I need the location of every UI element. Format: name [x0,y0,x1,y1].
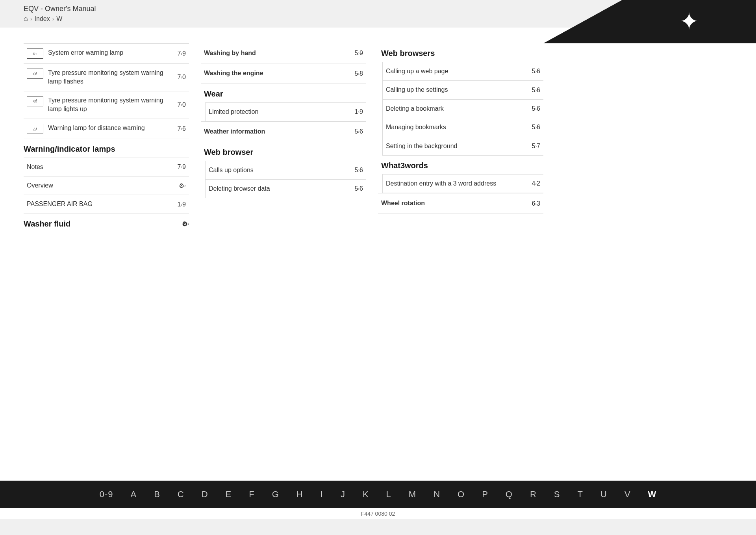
alpha-S[interactable]: S [545,488,569,501]
limited-protection-label: Limited protection [209,108,355,116]
list-item[interactable]: Destination entry with a 3 word address … [383,174,543,193]
entry-text: Tyre pressure monitoring system warning … [48,69,178,86]
alpha-N[interactable]: N [425,488,449,501]
alpha-Q[interactable]: Q [497,488,521,501]
entry-label: △! Warning lamp for distance warning [27,124,178,134]
page-ref: 5›6 [355,128,363,135]
home-icon[interactable]: ⌂ [24,15,28,23]
entry-label: ⊙! Tyre pressure monitoring system warni… [27,69,178,86]
alpha-T[interactable]: T [569,488,592,501]
list-item[interactable]: ⊙! Tyre pressure monitoring system warni… [24,63,189,91]
web-browser-sub-entries: Calls up options 5›6 Deleting browser da… [205,161,366,199]
web-browsers-header: Web browsers [378,43,543,62]
page-ref: 7›6 [178,125,186,132]
list-item[interactable]: Calling up a web page 5›6 [383,62,543,80]
manual-title: EQV - Owner's Manual [24,5,96,13]
deleting-bookmark-label: Deleting a bookmark [386,104,532,113]
alpha-W[interactable]: W [639,488,665,501]
page-ref: 4›2 [532,180,540,187]
calling-web-page-label: Calling up a web page [386,67,532,76]
list-item[interactable]: Managing bookmarks 5›6 [383,118,543,136]
managing-bookmarks-label: Managing bookmarks [386,123,532,132]
alpha-K[interactable]: K [354,488,378,501]
tyre-pressure-light-icon: ⊙! [27,96,43,106]
alpha-P[interactable]: P [473,488,497,501]
alpha-J[interactable]: J [332,488,354,501]
list-item[interactable]: Deleting a bookmark 5›6 [383,99,543,118]
alpha-0-9[interactable]: 0-9 [91,488,122,501]
list-item[interactable]: Limited protection 1›9 [206,102,366,121]
entry-label: ⊙! Tyre pressure monitoring system warni… [27,96,178,114]
alpha-M[interactable]: M [400,488,425,501]
page-ref: 5›9 [355,50,363,57]
washer-fluid-header: Washer fluid ⚙› [24,214,189,232]
alpha-L[interactable]: L [378,488,400,501]
entry-text: Warning lamp for distance warning [48,124,178,132]
wear-sub-entries: Limited protection 1›9 [205,102,366,121]
wear-header: Wear [201,84,366,102]
entry-text: Notes [27,163,178,171]
footer-code: F447 0080 02 [361,511,395,517]
alpha-D[interactable]: D [193,488,217,501]
washing-by-hand-label: Washing by hand [204,49,355,58]
page-ref: 5›6 [355,185,363,192]
entry-text: PASSENGER AIR BAG [27,200,178,208]
list-item[interactable]: Washing by hand 5›9 [201,43,366,63]
list-item[interactable]: Calling up the settings 5›6 [383,80,543,99]
alpha-V[interactable]: V [616,488,639,501]
list-item[interactable]: △! Warning lamp for distance warning 7›6 [24,119,189,139]
list-item[interactable]: Overview ⚙› [24,176,189,195]
alpha-A[interactable]: A [122,488,145,501]
page-ref: 5›7 [532,143,540,150]
breadcrumb: ⌂ › Index › W [24,15,96,23]
entry-text: Overview [27,181,179,190]
alpha-U[interactable]: U [592,488,616,501]
distance-warning-icon: △! [27,124,43,134]
page-ref: 5›6 [532,87,540,94]
page-ref: 5›6 [532,68,540,75]
list-item[interactable]: Wheel rotation 6›3 [378,193,543,214]
header-left: EQV - Owner's Manual ⌂ › Index › W [24,5,96,23]
list-item[interactable]: Calls up options 5›6 [206,161,366,179]
main-content: ⚙ ! System error warning lamp 7›9 ⊙! Tyr… [0,28,756,481]
washing-engine-label: Washing the engine [204,69,355,78]
washer-fluid-label: Washer fluid [24,219,70,228]
list-item[interactable]: Deleting browser data 5›6 [206,179,366,198]
page-ref: 6›3 [532,200,540,207]
tyre-pressure-flash-icon: ⊙! [27,69,43,79]
system-error-icon: ⚙ ! [27,48,43,59]
web-browser-header: Web browser [201,142,366,161]
list-item[interactable]: Setting in the background 5›7 [383,137,543,156]
destination-entry-label: Destination entry with a 3 word address [386,179,532,188]
list-item[interactable]: Washing the engine 5›8 [201,63,366,84]
deleting-browser-label: Deleting browser data [209,184,355,193]
alpha-H[interactable]: H [288,488,312,501]
list-item[interactable]: ⊙! Tyre pressure monitoring system warni… [24,91,189,119]
alpha-C[interactable]: C [169,488,193,501]
calls-up-options-label: Calls up options [209,166,355,175]
alpha-R[interactable]: R [521,488,545,501]
list-item[interactable]: Weather information 5›6 [201,121,366,142]
alpha-E[interactable]: E [217,488,241,501]
alpha-F[interactable]: F [240,488,263,501]
breadcrumb-w[interactable]: W [56,15,62,22]
alpha-O[interactable]: O [449,488,473,501]
what3words-header: What3words [378,156,543,174]
alphabet-navigation: 0-9 A B C D E F G H I J K L M N O P Q R … [0,481,756,508]
breadcrumb-sep-2: › [52,16,54,22]
entry-text: Tyre pressure monitoring system warning … [48,96,178,114]
what3words-sub-entries: Destination entry with a 3 word address … [382,174,543,193]
page-ref: 5›8 [355,70,363,77]
index-columns: ⚙ ! System error warning lamp 7›9 ⊙! Tyr… [24,39,732,232]
alpha-G[interactable]: G [263,488,288,501]
breadcrumb-index[interactable]: Index [35,15,50,22]
alpha-I[interactable]: I [312,488,332,501]
list-item[interactable]: ⚙ ! System error warning lamp 7›9 [24,43,189,63]
page-footer: F447 0080 02 [0,508,756,519]
list-item[interactable]: Notes 7›9 [24,158,189,176]
alpha-B[interactable]: B [145,488,169,501]
page-ref: 5›6 [532,105,540,112]
calling-settings-label: Calling up the settings [386,85,532,94]
list-item[interactable]: PASSENGER AIR BAG 1›9 [24,195,189,214]
setting-background-label: Setting in the background [386,142,532,150]
